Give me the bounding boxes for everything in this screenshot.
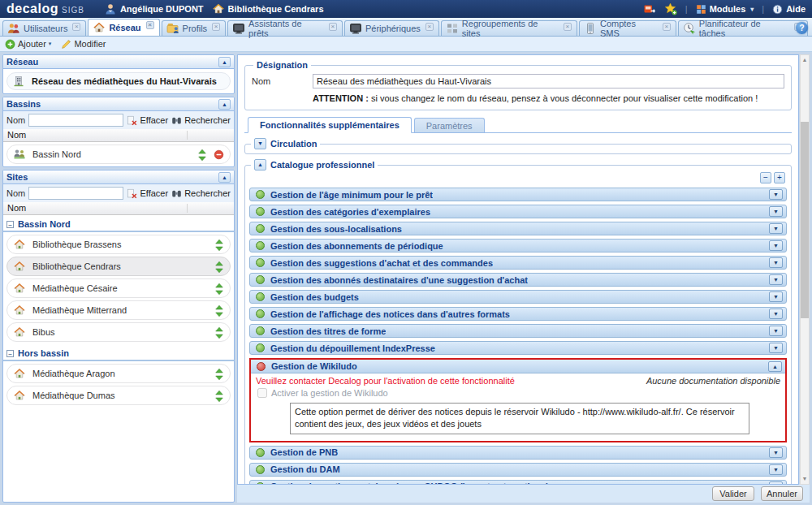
site-row[interactable]: Bibliothèque Brassens [6, 235, 231, 254]
module-tab[interactable]: Comptes SMS× [579, 20, 676, 36]
help-menu[interactable]: Aide [772, 4, 806, 15]
bassins-column-header[interactable]: Nom [3, 129, 234, 142]
tab-close-icon[interactable]: × [425, 23, 434, 31]
detail-tab[interactable]: Paramètres [414, 118, 485, 132]
feature-header[interactable]: Gestion des budgets▼ [249, 290, 787, 304]
collapse-all-button[interactable]: − [760, 172, 771, 183]
detail-tab[interactable]: Fonctionnalités supplémentaires [248, 117, 412, 133]
expand-feature-icon[interactable]: ▼ [769, 223, 783, 234]
sort-arrows-icon[interactable] [214, 304, 224, 317]
sites-column-header[interactable]: Nom [3, 202, 234, 215]
delete-icon[interactable] [214, 149, 224, 160]
module-tab[interactable]: Assistants de prêts× [227, 20, 343, 36]
modules-menu[interactable]: Modules ▾ [696, 4, 754, 15]
module-tab[interactable]: Planificateur de tâches× [678, 20, 808, 36]
sort-arrows-icon[interactable] [214, 390, 224, 402]
feature-header[interactable]: Gestion des catégories d'exemplaires▼ [249, 205, 787, 218]
current-site[interactable]: Bibliothèque Cendrars [212, 2, 324, 15]
scroll-up-icon[interactable]: ▲ [801, 55, 809, 65]
feature-header[interactable]: Gestion des titres de forme▼ [249, 324, 787, 338]
bassin-row[interactable]: Bassin Nord [6, 145, 231, 164]
expand-feature-icon[interactable]: ▼ [769, 274, 783, 285]
vertical-scrollbar[interactable]: ▲ ▼ [800, 54, 810, 485]
feature-header[interactable]: Gestion des abonnés destinataires d'une … [249, 273, 787, 287]
tree-collapse-icon[interactable]: – [6, 221, 14, 228]
feature-header[interactable]: Gestion du DAM▼ [249, 463, 787, 477]
module-tab[interactable]: Regroupements de sites× [441, 20, 577, 36]
feature-header[interactable]: Gestion des suggestions d'achat et des c… [249, 256, 787, 270]
site-row[interactable]: Médiathèque Mitterrand [6, 300, 231, 320]
sites-filter-input[interactable] [28, 187, 123, 200]
help-icon[interactable]: ? [796, 22, 808, 34]
expand-section-icon[interactable]: ▼ [254, 138, 266, 149]
site-row[interactable]: Bibliothèque Cendrars [6, 257, 231, 276]
sort-arrows-icon[interactable] [197, 149, 207, 161]
bassins-clear-button[interactable]: Effacer [127, 115, 168, 126]
feature-header[interactable]: Gestion de l'affichage des notices dans … [249, 307, 787, 321]
site-row[interactable]: Médiathèque Césaire [6, 278, 231, 298]
feature-header[interactable]: Gestion de Wikiludo▲ [251, 360, 785, 373]
feature-header[interactable]: Gestion des abonnements de périodique▼ [249, 239, 787, 252]
tab-close-icon[interactable]: × [72, 23, 80, 31]
sort-arrows-icon[interactable] [214, 261, 224, 273]
collapse-panel-icon[interactable]: ▲ [218, 99, 231, 110]
tab-close-icon[interactable]: × [329, 23, 337, 31]
module-tab[interactable]: Profils× [162, 20, 227, 36]
bassins-search-button[interactable]: Rechercher [171, 115, 231, 126]
expand-feature-icon[interactable]: ▼ [769, 240, 783, 251]
feature-header[interactable]: Gestion du dépouillement IndexPresse▼ [249, 341, 787, 355]
site-row[interactable]: Médiathèque Aragon [6, 364, 231, 383]
expand-all-button[interactable]: + [774, 172, 785, 183]
network-item[interactable]: Réseau des médiathèques du Haut-Vivarais [6, 72, 231, 90]
tab-close-icon[interactable]: × [564, 23, 572, 31]
sort-arrows-icon[interactable] [214, 368, 224, 380]
expand-feature-icon[interactable]: ▼ [769, 189, 783, 200]
feature-header[interactable]: Gestion de PNB▼ [249, 446, 787, 460]
scrollbar-thumb[interactable] [801, 122, 809, 318]
expand-feature-icon[interactable]: ▼ [769, 326, 783, 336]
activate-checkbox[interactable] [257, 388, 267, 398]
expand-feature-icon[interactable]: ▼ [769, 343, 783, 353]
tree-collapse-icon[interactable]: – [6, 350, 14, 357]
add-button[interactable]: Ajouter ▾ [5, 39, 51, 50]
valider-button[interactable]: Valider [712, 486, 754, 501]
site-group-header[interactable]: –Hors bassin [3, 344, 234, 361]
feature-header[interactable]: Gestion des sous-localisations▼ [249, 222, 787, 235]
sites-search-button[interactable]: Rechercher [171, 188, 231, 199]
current-user[interactable]: Angélique DUPONT [104, 2, 204, 15]
sort-arrows-icon[interactable] [214, 283, 224, 295]
module-tab[interactable]: Périphériques× [344, 20, 439, 36]
collapse-section-icon[interactable]: ▲ [254, 159, 266, 170]
site-group-header[interactable]: –Bassin Nord [3, 215, 234, 232]
feature-header[interactable]: Gestion des notices cataloguées au SUDOC… [249, 480, 787, 485]
collapse-panel-icon[interactable]: ▲ [218, 57, 231, 67]
tab-close-icon[interactable]: × [663, 23, 671, 31]
module-tab[interactable]: Réseau× [88, 19, 159, 36]
tab-close-icon[interactable]: × [146, 21, 154, 29]
expand-feature-icon[interactable]: ▼ [769, 464, 783, 475]
nom-field-input[interactable] [313, 74, 784, 88]
collapse-panel-icon[interactable]: ▲ [218, 172, 231, 183]
export-icon[interactable] [643, 2, 656, 15]
feature-header[interactable]: Gestion de l'âge minimum pour le prêt▼ [249, 188, 787, 201]
module-tab[interactable]: Utilisateurs× [2, 20, 86, 36]
expand-feature-icon[interactable]: ▼ [769, 447, 783, 458]
site-row[interactable]: Médiathèque Dumas [6, 386, 231, 405]
sort-arrows-icon[interactable] [214, 239, 224, 251]
scroll-down-icon[interactable]: ▼ [801, 474, 809, 484]
favorite-star-icon[interactable] [664, 2, 677, 15]
collapse-feature-icon[interactable]: ▲ [768, 361, 782, 372]
bassins-filter-input[interactable] [28, 114, 123, 127]
edit-button[interactable]: Modifier [61, 39, 106, 50]
expand-feature-icon[interactable]: ▼ [769, 309, 783, 319]
expand-feature-icon[interactable]: ▼ [769, 257, 783, 268]
sort-arrows-icon[interactable] [214, 326, 224, 339]
annuler-button[interactable]: Annuler [761, 486, 803, 501]
site-row[interactable]: Bibus [6, 322, 231, 342]
expand-feature-icon[interactable]: ▼ [769, 291, 783, 302]
expand-feature-icon[interactable]: ▼ [769, 481, 783, 485]
scrollbar-track[interactable] [801, 65, 809, 474]
tab-close-icon[interactable]: × [212, 23, 220, 31]
sites-clear-button[interactable]: Effacer [127, 188, 168, 199]
expand-feature-icon[interactable]: ▼ [769, 206, 783, 217]
